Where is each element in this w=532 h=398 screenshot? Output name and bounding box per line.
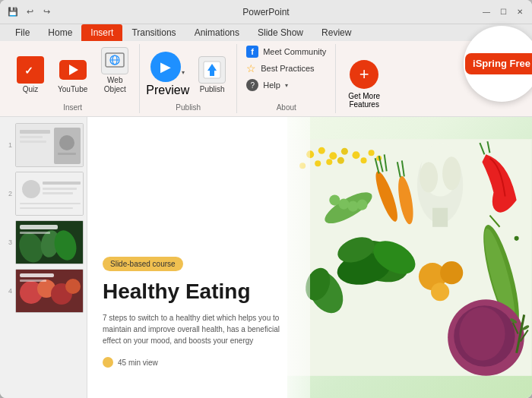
youtube-icon-area xyxy=(59,56,87,84)
slide-thumb-1 xyxy=(15,123,84,167)
plus-circle-icon: + xyxy=(350,60,378,89)
tab-review[interactable]: Review xyxy=(312,24,360,41)
tab-file[interactable]: File xyxy=(6,24,39,41)
quiz-button[interactable]: ✓ Quiz xyxy=(12,53,49,97)
slide-number-4: 4 xyxy=(3,287,12,295)
meet-community-button[interactable]: f Meet Community xyxy=(243,44,329,59)
svg-point-13 xyxy=(59,135,74,150)
redo-icon[interactable]: ↪ xyxy=(40,5,53,19)
svg-rect-26 xyxy=(20,225,58,229)
time-dot-icon xyxy=(103,357,113,368)
svg-point-45 xyxy=(361,157,367,163)
get-more-label: Get MoreFeatures xyxy=(348,92,380,109)
publish-group-label: Publish xyxy=(176,102,201,113)
about-group: f Meet Community ☆ Best Practices ? Help… xyxy=(237,44,336,113)
play-triangle xyxy=(69,65,78,75)
quiz-icon-area: ✓ xyxy=(17,56,44,84)
tab-home[interactable]: Home xyxy=(39,24,81,41)
slides-panel: 1 2 xyxy=(0,117,87,398)
svg-rect-19 xyxy=(43,192,73,194)
svg-point-63 xyxy=(442,156,461,190)
svg-rect-14 xyxy=(58,153,76,155)
best-practices-label: Best Practices xyxy=(261,64,314,73)
insert-group: ✓ Quiz YouTube xyxy=(6,44,140,113)
get-more-icon-area: + xyxy=(350,60,378,89)
help-label: Help xyxy=(263,81,280,90)
help-button[interactable]: ? Help ▾ xyxy=(243,77,329,93)
slide-number-1: 1 xyxy=(3,141,12,149)
save-icon[interactable]: 💾 xyxy=(6,5,20,19)
insert-group-items: ✓ Quiz YouTube xyxy=(12,44,133,100)
publish-group-items: ▶ ▾ Preview P xyxy=(146,44,230,100)
about-group-label: About xyxy=(277,102,296,113)
slide-item-1[interactable]: 1 xyxy=(3,123,84,167)
window-controls: — ☐ ✕ xyxy=(480,6,526,18)
svg-point-43 xyxy=(315,160,321,166)
slide-item-3[interactable]: 3 xyxy=(3,220,84,264)
best-practices-button[interactable]: ☆ Best Practices xyxy=(243,61,329,76)
svg-point-41 xyxy=(327,159,333,165)
tab-animations[interactable]: Animations xyxy=(185,24,249,41)
svg-point-16 xyxy=(22,180,40,198)
ispring-badge[interactable]: iSpring Free xyxy=(464,26,532,102)
slide-time-label: 45 min view xyxy=(118,359,158,367)
undo-icon[interactable]: ↩ xyxy=(23,5,36,19)
svg-point-37 xyxy=(318,147,325,154)
preview-label: Preview xyxy=(146,84,189,97)
web-object-icon xyxy=(101,47,128,74)
tab-transitions[interactable]: Transitions xyxy=(122,24,185,41)
app-title: PowerPoint xyxy=(242,7,289,17)
slide-time: 45 min view xyxy=(103,357,295,368)
get-more-features-button[interactable]: + Get MoreFeatures xyxy=(342,55,386,113)
slide-text-area: Slide-based course Healthy Eating 7 step… xyxy=(87,117,310,398)
preview-icon: ▶ xyxy=(150,52,181,82)
svg-point-42 xyxy=(337,157,344,164)
preview-icon-area: ▶ xyxy=(150,52,181,82)
web-icon-area xyxy=(101,47,128,74)
svg-rect-34 xyxy=(20,280,46,282)
publish-button[interactable]: Publish xyxy=(194,53,230,97)
preview-with-arrow: ▶ ▾ xyxy=(150,52,185,82)
preview-dropdown-arrow: ▾ xyxy=(182,69,185,76)
slide-thumb-2 xyxy=(15,172,84,216)
svg-text:✓: ✓ xyxy=(24,65,33,77)
svg-rect-10 xyxy=(20,136,43,138)
help-icon: ? xyxy=(246,79,258,91)
close-button[interactable]: ✕ xyxy=(514,6,526,18)
tab-insert[interactable]: Insert xyxy=(81,24,122,41)
svg-point-46 xyxy=(369,150,375,156)
minimize-button[interactable]: — xyxy=(480,6,492,18)
svg-point-62 xyxy=(420,162,438,192)
quiz-label: Quiz xyxy=(23,85,39,94)
facebook-icon: f xyxy=(246,46,258,58)
slide-title: Healthy Eating xyxy=(103,279,295,305)
star-icon: ☆ xyxy=(246,62,256,74)
svg-rect-20 xyxy=(20,203,81,204)
title-bar: 💾 ↩ ↪ PowerPoint — ☐ ✕ xyxy=(0,0,532,24)
publish-icon xyxy=(198,56,226,84)
svg-point-76 xyxy=(440,261,463,284)
youtube-label: YouTube xyxy=(58,85,87,94)
youtube-button[interactable]: YouTube xyxy=(53,53,92,97)
svg-rect-64 xyxy=(432,208,448,227)
meet-community-label: Meet Community xyxy=(263,47,326,56)
slide-number-3: 3 xyxy=(3,238,12,246)
preview-button[interactable]: ▶ ▾ Preview xyxy=(146,52,189,97)
tab-slideshow[interactable]: Slide Show xyxy=(249,24,312,41)
web-object-button[interactable]: WebObject xyxy=(97,44,133,97)
main-area: 1 2 xyxy=(0,117,532,398)
maximize-button[interactable]: ☐ xyxy=(497,6,509,18)
get-more-group: + Get MoreFeatures xyxy=(336,44,392,113)
svg-point-51 xyxy=(348,201,359,212)
slide-item-4[interactable]: 4 xyxy=(3,269,84,313)
svg-point-70 xyxy=(515,236,519,241)
publish-group: ▶ ▾ Preview P xyxy=(140,44,237,113)
slide-thumb-4 xyxy=(15,269,84,313)
slide-item-2[interactable]: 2 xyxy=(3,172,84,216)
publish-label: Publish xyxy=(200,85,225,94)
ispring-label: iSpring Free xyxy=(465,53,532,74)
svg-rect-27 xyxy=(20,232,50,234)
canvas-area: Slide-based course Healthy Eating 7 step… xyxy=(87,117,532,398)
ribbon-tabs: File Home Insert Transitions Animations … xyxy=(0,24,532,41)
slide-canvas: Slide-based course Healthy Eating 7 step… xyxy=(87,117,532,398)
